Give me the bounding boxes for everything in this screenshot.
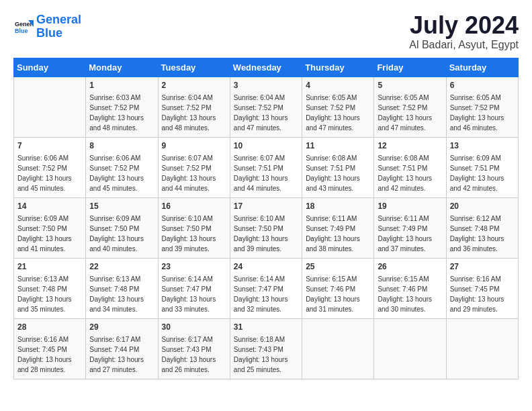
- day-info: Sunrise: 6:04 AM Sunset: 7:52 PM Dayligh…: [162, 93, 226, 133]
- day-number: 13: [450, 140, 515, 152]
- day-number: 6: [450, 80, 515, 91]
- title-block: July 2024 Al Badari, Asyut, Egypt: [409, 13, 519, 51]
- day-number: 28: [17, 322, 82, 333]
- day-info: Sunrise: 6:07 AM Sunset: 7:52 PM Dayligh…: [162, 153, 226, 193]
- day-info: Sunrise: 6:05 AM Sunset: 7:52 PM Dayligh…: [306, 93, 370, 133]
- calendar-cell: 13 Sunrise: 6:09 AM Sunset: 7:51 PM Dayl…: [446, 138, 518, 198]
- calendar-table: SundayMondayTuesdayWednesdayThursdayFrid…: [13, 58, 519, 379]
- weekday-header-friday: Friday: [374, 58, 446, 77]
- page-header: General Blue General Blue July 2024 Al B…: [13, 13, 519, 51]
- calendar-cell: 29 Sunrise: 6:17 AM Sunset: 7:44 PM Dayl…: [86, 319, 158, 379]
- day-info: Sunrise: 6:14 AM Sunset: 7:47 PM Dayligh…: [162, 274, 226, 314]
- day-info: Sunrise: 6:06 AM Sunset: 7:52 PM Dayligh…: [89, 153, 154, 193]
- day-number: 22: [89, 261, 154, 273]
- calendar-cell: 6 Sunrise: 6:05 AM Sunset: 7:52 PM Dayli…: [446, 77, 518, 138]
- day-number: 5: [378, 80, 442, 91]
- day-number: 10: [234, 140, 298, 152]
- day-info: Sunrise: 6:09 AM Sunset: 7:50 PM Dayligh…: [89, 214, 154, 254]
- logo-text-line1: General: [36, 13, 81, 27]
- day-info: Sunrise: 6:18 AM Sunset: 7:43 PM Dayligh…: [234, 334, 298, 375]
- day-number: 14: [17, 201, 82, 212]
- calendar-week-1: 1 Sunrise: 6:03 AM Sunset: 7:52 PM Dayli…: [14, 77, 519, 138]
- calendar-week-2: 7 Sunrise: 6:06 AM Sunset: 7:52 PM Dayli…: [14, 138, 519, 198]
- day-number: 31: [234, 322, 298, 333]
- calendar-cell: 28 Sunrise: 6:16 AM Sunset: 7:45 PM Dayl…: [14, 319, 86, 379]
- day-info: Sunrise: 6:11 AM Sunset: 7:49 PM Dayligh…: [378, 214, 442, 254]
- day-number: 7: [17, 140, 82, 152]
- day-info: Sunrise: 6:17 AM Sunset: 7:43 PM Dayligh…: [162, 334, 226, 375]
- day-number: 29: [89, 322, 154, 333]
- calendar-cell: 1 Sunrise: 6:03 AM Sunset: 7:52 PM Dayli…: [86, 77, 158, 138]
- calendar-cell: 7 Sunrise: 6:06 AM Sunset: 7:52 PM Dayli…: [14, 138, 86, 198]
- weekday-header-wednesday: Wednesday: [230, 58, 302, 77]
- day-number: 9: [162, 140, 226, 152]
- day-number: 2: [162, 80, 226, 91]
- day-number: 11: [306, 140, 370, 152]
- calendar-week-3: 14 Sunrise: 6:09 AM Sunset: 7:50 PM Dayl…: [14, 198, 519, 259]
- day-info: Sunrise: 6:10 AM Sunset: 7:50 PM Dayligh…: [162, 214, 226, 254]
- day-number: 18: [306, 201, 370, 212]
- calendar-cell: 30 Sunrise: 6:17 AM Sunset: 7:43 PM Dayl…: [158, 319, 230, 379]
- day-info: Sunrise: 6:17 AM Sunset: 7:44 PM Dayligh…: [89, 334, 154, 375]
- weekday-header-row: SundayMondayTuesdayWednesdayThursdayFrid…: [14, 58, 519, 77]
- day-info: Sunrise: 6:03 AM Sunset: 7:52 PM Dayligh…: [89, 93, 154, 133]
- calendar-cell: [446, 319, 518, 379]
- calendar-cell: 27 Sunrise: 6:16 AM Sunset: 7:45 PM Dayl…: [446, 259, 518, 319]
- logo-text-line2: Blue: [36, 27, 81, 40]
- calendar-cell: 21 Sunrise: 6:13 AM Sunset: 7:48 PM Dayl…: [14, 259, 86, 319]
- location-title: Al Badari, Asyut, Egypt: [409, 39, 519, 51]
- day-number: 12: [378, 140, 442, 152]
- day-info: Sunrise: 6:14 AM Sunset: 7:47 PM Dayligh…: [234, 274, 298, 314]
- calendar-cell: 18 Sunrise: 6:11 AM Sunset: 7:49 PM Dayl…: [302, 198, 374, 259]
- day-number: 27: [450, 261, 515, 273]
- calendar-week-4: 21 Sunrise: 6:13 AM Sunset: 7:48 PM Dayl…: [14, 259, 519, 319]
- calendar-cell: 10 Sunrise: 6:07 AM Sunset: 7:51 PM Dayl…: [230, 138, 302, 198]
- calendar-cell: 4 Sunrise: 6:05 AM Sunset: 7:52 PM Dayli…: [302, 77, 374, 138]
- day-info: Sunrise: 6:15 AM Sunset: 7:46 PM Dayligh…: [378, 274, 442, 314]
- calendar-cell: 15 Sunrise: 6:09 AM Sunset: 7:50 PM Dayl…: [86, 198, 158, 259]
- day-info: Sunrise: 6:06 AM Sunset: 7:52 PM Dayligh…: [17, 153, 82, 193]
- day-info: Sunrise: 6:05 AM Sunset: 7:52 PM Dayligh…: [450, 93, 515, 133]
- weekday-header-monday: Monday: [86, 58, 158, 77]
- calendar-cell: 25 Sunrise: 6:15 AM Sunset: 7:46 PM Dayl…: [302, 259, 374, 319]
- day-number: 1: [89, 80, 154, 91]
- calendar-cell: 12 Sunrise: 6:08 AM Sunset: 7:51 PM Dayl…: [374, 138, 446, 198]
- calendar-cell: 3 Sunrise: 6:04 AM Sunset: 7:52 PM Dayli…: [230, 77, 302, 138]
- calendar-cell: 22 Sunrise: 6:13 AM Sunset: 7:48 PM Dayl…: [86, 259, 158, 319]
- day-number: 25: [306, 261, 370, 273]
- day-number: 4: [306, 80, 370, 91]
- day-number: 30: [162, 322, 226, 333]
- day-info: Sunrise: 6:10 AM Sunset: 7:50 PM Dayligh…: [234, 214, 298, 254]
- calendar-cell: 14 Sunrise: 6:09 AM Sunset: 7:50 PM Dayl…: [14, 198, 86, 259]
- calendar-cell: 11 Sunrise: 6:08 AM Sunset: 7:51 PM Dayl…: [302, 138, 374, 198]
- day-number: 20: [450, 201, 515, 212]
- day-number: 16: [162, 201, 226, 212]
- day-info: Sunrise: 6:16 AM Sunset: 7:45 PM Dayligh…: [17, 334, 82, 375]
- day-number: 24: [234, 261, 298, 273]
- weekday-header-saturday: Saturday: [446, 58, 518, 77]
- day-info: Sunrise: 6:15 AM Sunset: 7:46 PM Dayligh…: [306, 274, 370, 314]
- day-info: Sunrise: 6:12 AM Sunset: 7:48 PM Dayligh…: [450, 214, 515, 254]
- weekday-header-thursday: Thursday: [302, 58, 374, 77]
- weekday-header-tuesday: Tuesday: [158, 58, 230, 77]
- day-number: 3: [234, 80, 298, 91]
- day-info: Sunrise: 6:13 AM Sunset: 7:48 PM Dayligh…: [17, 274, 82, 314]
- day-number: 15: [89, 201, 154, 212]
- calendar-week-5: 28 Sunrise: 6:16 AM Sunset: 7:45 PM Dayl…: [14, 319, 519, 379]
- svg-text:Blue: Blue: [15, 28, 28, 34]
- day-info: Sunrise: 6:04 AM Sunset: 7:52 PM Dayligh…: [234, 93, 298, 133]
- day-info: Sunrise: 6:09 AM Sunset: 7:51 PM Dayligh…: [450, 153, 515, 193]
- day-info: Sunrise: 6:09 AM Sunset: 7:50 PM Dayligh…: [17, 214, 82, 254]
- day-info: Sunrise: 6:08 AM Sunset: 7:51 PM Dayligh…: [378, 153, 442, 193]
- day-number: 8: [89, 140, 154, 152]
- day-info: Sunrise: 6:07 AM Sunset: 7:51 PM Dayligh…: [234, 153, 298, 193]
- day-info: Sunrise: 6:16 AM Sunset: 7:45 PM Dayligh…: [450, 274, 515, 314]
- logo-icon: General Blue: [13, 17, 34, 37]
- logo: General Blue General Blue: [13, 13, 81, 40]
- calendar-cell: 5 Sunrise: 6:05 AM Sunset: 7:52 PM Dayli…: [374, 77, 446, 138]
- calendar-cell: 9 Sunrise: 6:07 AM Sunset: 7:52 PM Dayli…: [158, 138, 230, 198]
- calendar-cell: [14, 77, 86, 138]
- calendar-cell: 16 Sunrise: 6:10 AM Sunset: 7:50 PM Dayl…: [158, 198, 230, 259]
- calendar-cell: 20 Sunrise: 6:12 AM Sunset: 7:48 PM Dayl…: [446, 198, 518, 259]
- weekday-header-sunday: Sunday: [14, 58, 86, 77]
